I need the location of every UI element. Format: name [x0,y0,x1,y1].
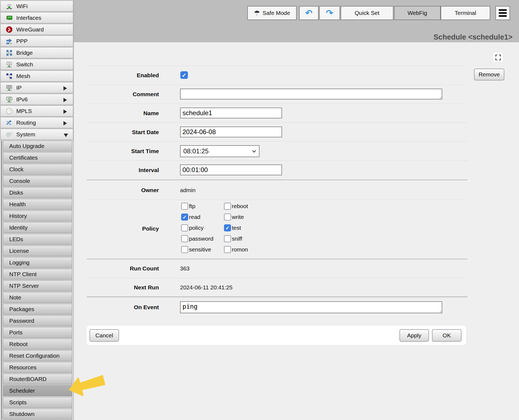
sidebar-subitem-ports[interactable]: Ports [3,327,72,338]
sidebar-subitem-note[interactable]: Note [3,292,72,303]
sidebar-subitem-clock[interactable]: Clock [3,164,72,175]
redo-button[interactable]: ↷ [319,6,340,20]
checkbox-test[interactable]: ✓ [224,224,231,231]
on-event-label: On Event [87,304,159,311]
fullscreen-button[interactable] [493,52,503,63]
interval-label: Interval [87,167,159,173]
sidebar-item-system[interactable]: System [0,129,73,140]
sidebar-subitem-identity[interactable]: Identity [3,222,72,233]
policy-grid: ftpreboot✓readwritepolicy✓testpasswordsn… [181,203,278,253]
enabled-checkbox[interactable]: ✓ [180,71,188,79]
sidebar-item-mpls[interactable]: MPLS [0,105,73,117]
cancel-button[interactable]: Cancel [89,329,119,342]
routing-icon [5,119,13,127]
sidebar-subitem-resources[interactable]: Resources [3,362,72,373]
divider [87,180,467,180]
menu-button[interactable] [495,6,510,20]
safe-mode-umbrella-icon: ☂ [254,9,260,17]
sidebar-subitem-reboot[interactable]: Reboot [3,339,72,350]
sidebar-item-label: System [16,131,35,138]
policy-option-romon[interactable]: romon [224,246,278,253]
svg-text:255: 255 [7,86,11,88]
sidebar-item-mesh[interactable]: Mesh [0,70,73,82]
sidebar-subitem-logging[interactable]: Logging [3,257,72,268]
safe-mode-button[interactable]: ☂ Safe Mode [247,6,297,20]
sidebar-subitem-ntp-client[interactable]: NTP Client [3,269,72,280]
checkbox-reboot[interactable] [224,203,231,210]
sidebar-subitem-routerboard[interactable]: RouterBOARD [3,374,72,385]
checkbox-write[interactable] [224,214,231,221]
sidebar-item-wifi[interactable]: WiFi [0,1,73,12]
checkbox-read[interactable]: ✓ [181,214,188,221]
sidebar-item-ppp[interactable]: PPP [0,35,73,47]
sidebar-subitem-packages[interactable]: Packages [3,304,72,315]
sidebar-item-switch[interactable]: Switch [0,59,73,70]
checkbox-romon[interactable] [224,246,231,253]
start-date-input[interactable] [180,127,282,137]
policy-option-sensitive[interactable]: sensitive [181,246,224,253]
sidebar-item-ipv6[interactable]: v6 IPv6 [0,94,73,105]
checkbox-policy[interactable] [181,224,188,231]
remove-button[interactable]: Remove [474,69,504,80]
sidebar-item-wireguard[interactable]: WireGuard [0,24,73,35]
sidebar-subitem-scheduler[interactable]: Scheduler [3,385,72,396]
svg-text:v6: v6 [8,97,11,100]
sidebar-subitem-reset-configuration[interactable]: Reset Configuration [3,350,72,361]
policy-option-sniff[interactable]: sniff [224,235,278,242]
sidebar-subitem-disks[interactable]: Disks [3,187,72,198]
policy-option-reboot[interactable]: reboot [224,203,278,210]
checkbox-ftp[interactable] [181,203,188,210]
tab-webfig[interactable]: WebFig [394,6,441,20]
hamburger-icon [499,9,507,17]
policy-option-read[interactable]: ✓read [181,214,224,221]
policy-option-label: read [189,214,200,220]
name-input[interactable] [180,108,282,118]
remove-label: Remove [479,71,500,78]
divider [87,141,467,142]
tab-quick-set[interactable]: Quick Set [341,6,393,20]
sidebar-item-label: IPv6 [16,96,28,103]
checkbox-sniff[interactable] [224,235,231,242]
checkbox-password[interactable] [181,235,188,242]
sidebar-item-ip[interactable]: 255 IP [0,82,73,93]
terminal-label: Terminal [455,10,476,16]
interfaces-icon [5,14,13,22]
policy-option-test[interactable]: ✓test [224,224,278,231]
sidebar-subitem-auto-upgrade[interactable]: Auto Upgrade [3,141,72,151]
undo-button[interactable]: ↶ [299,6,319,20]
policy-option-password[interactable]: password [181,235,224,242]
sidebar-subitem-ntp-server[interactable]: NTP Server [3,280,72,291]
policy-option-policy[interactable]: policy [181,224,224,231]
on-event-input[interactable]: ping [180,301,442,313]
checkbox-sensitive[interactable] [181,246,188,253]
sidebar-item-interfaces[interactable]: Interfaces [0,12,73,23]
sidebar-subitem-shutdown[interactable]: Shutdown [3,409,72,419]
divider [87,66,467,66]
sidebar-item-routing[interactable]: Routing [0,117,73,128]
tab-terminal[interactable]: Terminal [441,6,490,20]
policy-option-label: romon [232,246,248,253]
interval-input[interactable] [180,164,282,175]
sidebar-subitem-health[interactable]: Health [3,199,72,210]
sidebar-subitem-certificates[interactable]: Certificates [3,152,72,163]
owner-label: Owner [87,187,159,193]
policy-option-label: test [232,225,241,231]
sidebar-subitem-console[interactable]: Console [3,176,72,186]
policy-option-ftp[interactable]: ftp [181,203,224,210]
divider [87,200,467,200]
sidebar-item-bridge[interactable]: Bridge [0,47,73,58]
sidebar-subitem-password[interactable]: Password [3,315,72,326]
sidebar-item-label: Bridge [16,50,33,56]
sidebar-subitem-scripts[interactable]: Scripts [3,397,72,408]
divider [87,259,467,260]
safe-mode-label: Safe Mode [262,10,290,16]
comment-input[interactable] [180,89,442,99]
sidebar-subitem-license[interactable]: License [3,245,72,256]
ok-button[interactable]: OK [432,329,462,342]
policy-option-write[interactable]: write [224,214,278,221]
sidebar-subitem-history[interactable]: History [3,211,72,221]
apply-button[interactable]: Apply [399,329,429,342]
start-time-select[interactable]: 08:01:25 [180,145,260,157]
undo-icon: ↶ [305,9,313,17]
sidebar-subitem-leds[interactable]: LEDs [3,234,72,245]
